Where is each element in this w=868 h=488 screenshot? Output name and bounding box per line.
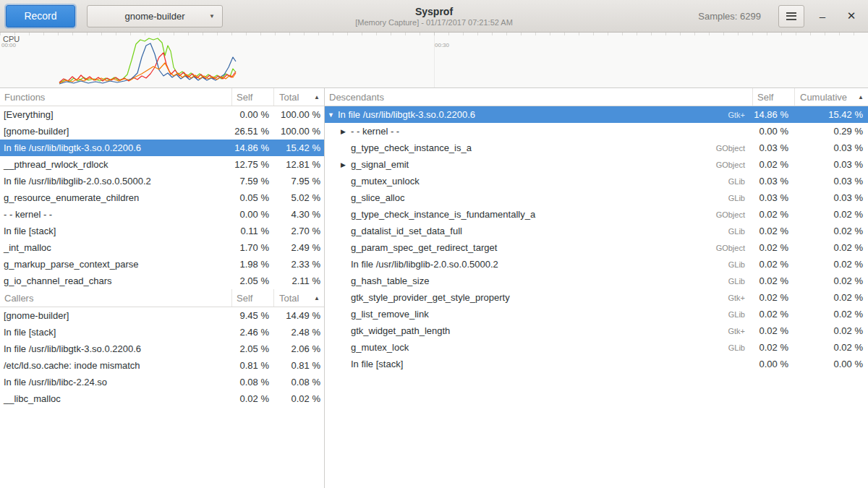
descendant-row[interactable]: g_type_check_instance_is_aGObject0.03 %0… (325, 140, 868, 156)
symbol-name: g_signal_emit (351, 159, 716, 170)
cumulative-percent: 0.02 % (794, 275, 868, 286)
library-badge: GObject (716, 160, 752, 169)
function-row[interactable]: In file /usr/lib/libgtk-3.so.0.2200.614.… (0, 140, 324, 156)
window-title-block: Sysprof [Memory Capture] - 01/17/2017 07… (355, 6, 513, 27)
column-header-total[interactable]: Total ▲ (273, 88, 324, 106)
total-percent: 2.49 % (273, 242, 324, 253)
total-percent: 15.42 % (273, 142, 324, 153)
self-percent: 0.03 % (752, 142, 794, 153)
cumulative-percent: 0.03 % (794, 176, 868, 187)
process-selector-label: gnome-builder (124, 11, 184, 22)
descendant-row[interactable]: gtk_widget_path_lengthGtk+0.02 %0.02 % (325, 322, 868, 339)
descendant-row[interactable]: In file [stack]0.00 %0.00 % (325, 356, 868, 372)
function-row[interactable]: - - kernel - -0.00 %4.30 % (0, 206, 324, 223)
cpu-series-orange (59, 63, 236, 83)
menu-button[interactable] (778, 5, 804, 27)
cumulative-percent: 0.02 % (794, 226, 868, 236)
chevron-down-icon: ▼ (209, 13, 215, 20)
caller-row[interactable]: [gnome-builder]9.45 %14.49 % (0, 307, 324, 324)
total-percent: 2.70 % (273, 226, 324, 236)
function-row[interactable]: [Everything]0.00 %100.00 % (0, 106, 324, 123)
descendant-row[interactable]: g_hash_table_sizeGLib0.02 %0.02 % (325, 273, 868, 289)
column-header-self[interactable]: Self (231, 88, 273, 106)
function-row[interactable]: In file /usr/lib/libglib-2.0.so.0.5000.2… (0, 173, 324, 189)
record-button[interactable]: Record (6, 5, 75, 27)
expander-collapsed-icon[interactable]: ▶ (341, 128, 351, 135)
total-percent: 4.30 % (273, 209, 324, 220)
total-percent: 2.06 % (273, 343, 324, 354)
close-button[interactable]: ✕ (841, 5, 862, 27)
column-header-callers[interactable]: Callers (0, 289, 231, 307)
column-header-total-label: Total (279, 92, 299, 103)
caller-row[interactable]: In file /usr/lib/libc-2.24.so0.08 %0.08 … (0, 374, 324, 390)
self-percent: 0.02 % (231, 393, 273, 404)
timeline-gridline (434, 33, 435, 87)
self-percent: 2.46 % (231, 327, 273, 338)
self-percent: 1.98 % (231, 259, 273, 270)
descendant-row[interactable]: g_type_check_instance_is_fundamentally_a… (325, 206, 868, 223)
caller-row[interactable]: /etc/ld.so.cache: inode mismatch0.81 %0.… (0, 357, 324, 374)
cpu-usage-graph[interactable]: CPU 00:00 00:30 (0, 33, 868, 88)
expander-expanded-icon[interactable]: ▼ (328, 111, 338, 119)
descendants-table-header: Descendants Self Cumulative ▲ (325, 88, 868, 106)
indent-spacer (325, 231, 341, 231)
descendant-row[interactable]: gtk_style_provider_get_style_propertyGtk… (325, 289, 868, 306)
caller-row[interactable]: In file [stack]2.46 %2.48 % (0, 324, 324, 341)
self-percent: 0.02 % (752, 325, 794, 336)
indent-spacer (325, 131, 341, 132)
function-row[interactable]: g_resource_enumerate_children0.05 %5.02 … (0, 189, 324, 206)
descendant-row[interactable]: g_mutex_unlockGLib0.03 %0.03 % (325, 173, 868, 189)
self-percent: 0.81 % (231, 360, 273, 371)
self-percent: 0.02 % (752, 226, 794, 236)
caller-row[interactable]: In file /usr/lib/libgtk-3.so.0.2200.62.0… (0, 341, 324, 357)
symbol-name: g_datalist_id_set_data_full (351, 226, 728, 236)
function-row[interactable]: g_markup_parse_context_parse1.98 %2.33 % (0, 256, 324, 273)
function-row[interactable]: __pthread_rwlock_rdlock12.75 %12.81 % (0, 156, 324, 173)
descendant-row[interactable]: In file /usr/lib/libglib-2.0.so.0.5000.2… (325, 256, 868, 273)
process-selector-dropdown[interactable]: gnome-builder ▼ (87, 5, 223, 27)
column-header-self[interactable]: Self (231, 289, 273, 307)
descendant-row[interactable]: g_mutex_lockGLib0.02 %0.02 % (325, 339, 868, 356)
self-percent: 0.00 % (752, 126, 794, 137)
caller-row[interactable]: __libc_malloc0.02 %0.02 % (0, 390, 324, 407)
descendant-row[interactable]: ▶- - kernel - -0.00 %0.29 % (325, 123, 868, 140)
column-header-functions[interactable]: Functions (0, 88, 231, 106)
sort-ascending-icon: ▲ (314, 295, 320, 301)
descendant-row[interactable]: g_param_spec_get_redirect_targetGObject0… (325, 239, 868, 256)
expander-collapsed-icon[interactable]: ▶ (341, 161, 351, 168)
self-percent: 7.59 % (231, 176, 273, 187)
symbol-name: g_hash_table_size (351, 275, 728, 286)
total-percent: 2.33 % (273, 259, 324, 270)
sort-ascending-icon: ▲ (858, 94, 864, 100)
column-header-descendants[interactable]: Descendants (325, 88, 752, 106)
descendants-table: ▼In file /usr/lib/libgtk-3.so.0.2200.6Gt… (325, 106, 868, 372)
column-header-self[interactable]: Self (752, 88, 794, 106)
headerbar-right: Samples: 6299 – ✕ (698, 5, 862, 27)
cumulative-percent: 0.02 % (794, 325, 868, 336)
indent-spacer (325, 147, 341, 148)
function-row[interactable]: In file [stack]0.11 %2.70 % (0, 223, 324, 239)
self-percent: 0.02 % (752, 309, 794, 320)
function-row[interactable]: [gnome-builder]26.51 %100.00 % (0, 123, 324, 140)
library-badge: GLib (728, 177, 752, 186)
descendant-row[interactable]: g_list_remove_linkGLib0.02 %0.02 % (325, 306, 868, 322)
cumulative-percent: 0.29 % (794, 126, 868, 137)
descendant-row[interactable]: ▼In file /usr/lib/libgtk-3.so.0.2200.6Gt… (325, 106, 868, 123)
function-row[interactable]: g_io_channel_read_chars2.05 %2.11 % (0, 273, 324, 289)
library-badge: GLib (728, 277, 752, 286)
function-row[interactable]: _int_malloc1.70 %2.49 % (0, 239, 324, 256)
descendant-row[interactable]: ▶g_signal_emitGObject0.02 %0.03 % (325, 156, 868, 173)
library-badge: GLib (728, 194, 752, 202)
symbol-name: In file [stack] (351, 359, 752, 369)
total-percent: 100.00 % (273, 126, 324, 137)
column-header-total[interactable]: Total ▲ (273, 289, 324, 307)
descendant-row[interactable]: g_datalist_id_set_data_fullGLib0.02 %0.0… (325, 223, 868, 239)
total-percent: 0.81 % (273, 360, 324, 371)
descendant-row[interactable]: g_slice_allocGLib0.03 %0.03 % (325, 189, 868, 206)
self-percent: 9.45 % (231, 310, 273, 321)
minimize-button[interactable]: – (812, 5, 833, 27)
self-percent: 0.08 % (231, 377, 273, 388)
cumulative-percent: 0.03 % (794, 192, 868, 203)
column-header-cumulative[interactable]: Cumulative ▲ (794, 88, 868, 106)
cumulative-percent: 15.42 % (794, 109, 868, 120)
